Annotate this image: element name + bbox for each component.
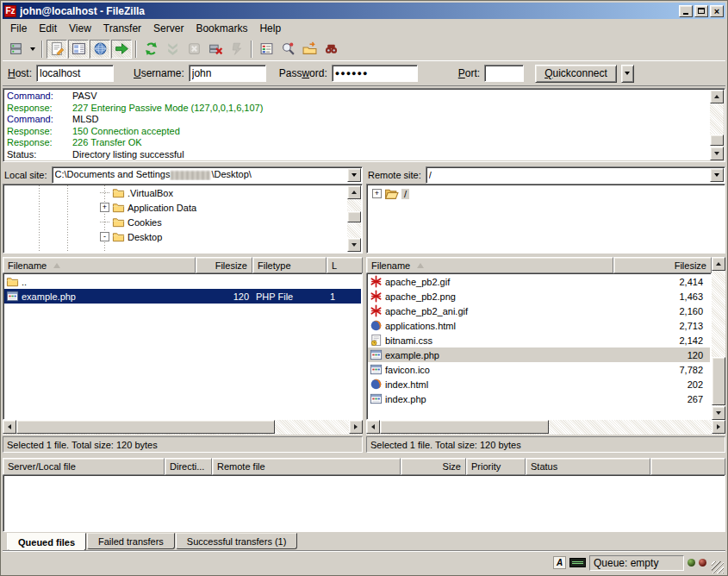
tree-item-application-data[interactable]: +Application Data (4, 200, 346, 215)
maximize-button[interactable] (694, 5, 708, 17)
remote-root-label[interactable]: / (401, 189, 409, 199)
tab-queued-files[interactable]: Queued files (7, 533, 86, 551)
scroll-left-button[interactable] (3, 420, 16, 434)
column-header-filename[interactable]: Filename (366, 257, 613, 273)
site-manager-dropdown-button[interactable] (27, 40, 38, 59)
remote-file-row[interactable]: index.php267 (368, 391, 710, 406)
local-file-list[interactable]: .. example.php 120 PHP File 1 (3, 273, 363, 420)
process-queue-button[interactable] (162, 40, 183, 59)
menu-server[interactable]: Server (147, 21, 190, 36)
menu-view[interactable]: View (63, 21, 97, 36)
remote-file-list[interactable]: apache_pb2.gif2,414 apache_pb2.png1,463 … (366, 273, 712, 420)
remote-file-row[interactable]: favicon.ico7,782 (368, 362, 710, 377)
site-manager-button[interactable] (5, 40, 26, 59)
scroll-left-button[interactable] (366, 420, 380, 434)
filter-button[interactable] (256, 40, 277, 59)
menu-bookmarks[interactable]: Bookmarks (190, 21, 253, 36)
speed-limits-icon[interactable] (569, 558, 586, 567)
scrollbar-thumb[interactable] (710, 135, 724, 146)
remote-path-dropdown-button[interactable] (710, 168, 724, 182)
remote-path-combobox[interactable]: / (426, 166, 725, 184)
remote-file-row[interactable]: apache_pb2.png1,463 (368, 289, 710, 304)
tree-item-virtualbox[interactable]: .VirtualBox (4, 185, 346, 200)
scrollbar-thumb[interactable] (712, 357, 725, 405)
close-button[interactable]: × (710, 5, 724, 17)
scroll-up-button[interactable] (712, 257, 725, 271)
queue-list[interactable] (3, 475, 725, 532)
scroll-down-button[interactable] (712, 406, 725, 420)
local-horizontal-scrollbar[interactable] (3, 420, 363, 435)
log-scrollbar[interactable] (710, 90, 724, 160)
synchronized-browsing-button[interactable] (299, 40, 320, 59)
tab-failed-transfers[interactable]: Failed transfers (87, 533, 175, 549)
scrollbar-thumb[interactable] (380, 420, 549, 434)
data-type-indicator-icon[interactable]: A (553, 556, 566, 569)
menu-file[interactable]: File (4, 21, 33, 36)
remote-file-row-selected[interactable]: example.php120 (368, 347, 710, 362)
scroll-down-button[interactable] (710, 147, 724, 160)
tab-successful-transfers[interactable]: Successful transfers (1) (176, 533, 298, 549)
column-header-filesize[interactable]: Filesize (196, 257, 252, 273)
column-header-direction[interactable]: Directi... (165, 458, 212, 475)
tree-expand-icon[interactable]: + (372, 189, 382, 198)
column-header-size[interactable]: Size (401, 458, 466, 475)
column-header-priority[interactable]: Priority (466, 458, 526, 475)
password-input[interactable] (332, 65, 418, 82)
column-header-remote-file[interactable]: Remote file (212, 458, 401, 475)
scrollbar-thumb[interactable] (16, 420, 275, 434)
menu-transfer[interactable]: Transfer (97, 21, 147, 36)
tree-expand-icon[interactable]: + (100, 203, 109, 212)
column-header-filename[interactable]: Filename (3, 257, 196, 273)
username-input[interactable] (189, 65, 266, 82)
scroll-up-button[interactable] (347, 185, 361, 199)
host-input[interactable] (36, 65, 114, 82)
scroll-right-button[interactable] (712, 420, 725, 434)
remote-horizontal-scrollbar[interactable] (366, 420, 725, 435)
remote-file-row[interactable]: apache_pb2_ani.gif2,160 (368, 304, 710, 318)
local-file-row-selected[interactable]: example.php 120 PHP File 1 (4, 289, 361, 304)
remote-list-scrollbar[interactable] (712, 257, 725, 420)
tree-item-cookies[interactable]: Cookies (4, 215, 346, 229)
remote-file-row[interactable]: applications.html2,713 (368, 318, 710, 333)
column-header-status[interactable]: Status (526, 458, 650, 475)
reconnect-button[interactable] (227, 40, 247, 59)
quickconnect-dropdown-button[interactable] (621, 65, 634, 83)
column-header-filetype[interactable]: Filetype (252, 257, 327, 273)
message-log[interactable]: Command:PASV Response:227 Entering Passi… (3, 88, 725, 162)
title-bar[interactable]: Fz john@localhost - FileZilla × (3, 3, 725, 19)
scroll-down-button[interactable] (347, 238, 361, 252)
column-header-filesize[interactable]: Filesize (613, 257, 712, 273)
remote-file-row[interactable]: bitnami.css2,142 (368, 333, 710, 347)
toggle-remote-tree-button[interactable] (90, 40, 110, 59)
menu-edit[interactable]: Edit (33, 21, 63, 36)
local-path-dropdown-button[interactable] (347, 168, 361, 182)
toggle-message-log-button[interactable] (47, 40, 67, 59)
remote-tree[interactable]: + / (366, 184, 725, 254)
parent-directory-row[interactable]: .. (4, 274, 361, 289)
minimize-button[interactable] (679, 5, 693, 17)
directory-comparison-button[interactable] (277, 40, 298, 59)
local-tree[interactable]: .VirtualBox +Application Data Cookies -D… (3, 184, 363, 254)
tree-collapse-icon[interactable]: - (100, 232, 109, 241)
tree-item-root[interactable]: + / (367, 186, 725, 201)
disconnect-button[interactable] (205, 40, 226, 59)
toggle-local-tree-button[interactable] (68, 40, 89, 59)
toggle-transfer-queue-button[interactable] (111, 40, 132, 59)
remote-file-row[interactable]: apache_pb2.gif2,414 (368, 274, 710, 289)
cancel-operation-button[interactable] (184, 40, 204, 59)
column-header-last-modified[interactable]: L (327, 257, 363, 273)
find-files-button[interactable] (320, 40, 341, 59)
remote-file-row[interactable]: index.html202 (368, 377, 710, 391)
quickconnect-button[interactable]: Quickconnect (535, 65, 617, 83)
scrollbar-thumb[interactable] (347, 211, 361, 222)
menu-help[interactable]: Help (253, 21, 287, 36)
column-header-server-local-file[interactable]: Server/Local file (3, 458, 165, 475)
scroll-right-button[interactable] (349, 420, 363, 434)
refresh-button[interactable] (140, 40, 161, 59)
port-input[interactable] (484, 65, 524, 82)
resize-grip[interactable] (712, 561, 724, 573)
local-path-combobox[interactable]: C:\Documents and Settings\Desktop\ (52, 166, 363, 184)
tree-item-desktop[interactable]: -Desktop (4, 229, 346, 244)
scroll-up-button[interactable] (710, 90, 724, 103)
local-tree-scrollbar[interactable] (347, 185, 361, 252)
